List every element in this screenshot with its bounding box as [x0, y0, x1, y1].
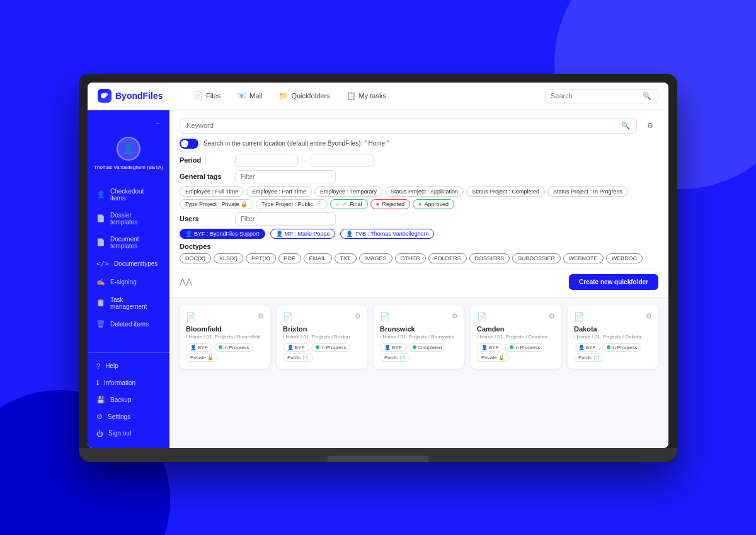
- card-tag-type[interactable]: Public 📄: [574, 354, 604, 362]
- sidebar-user: 👤 Thomas Vanbelleghem (BETA): [88, 129, 169, 178]
- card-tag-user[interactable]: 👤 BYF: [186, 343, 212, 352]
- doctype-images[interactable]: IMAGES: [359, 253, 392, 263]
- card-tag-status[interactable]: In Progress: [214, 343, 254, 352]
- status-dot: [316, 345, 319, 349]
- tag-chip-6[interactable]: Type Project : Private 🔒: [180, 199, 253, 209]
- tag-chip-final[interactable]: ✓ Final: [330, 199, 368, 209]
- card-tag-status[interactable]: In Progress: [311, 343, 351, 352]
- card-tag-user[interactable]: 👤 BYF: [477, 343, 503, 352]
- tag-chip-rejected[interactable]: ● Rejected: [370, 199, 410, 209]
- users-row: Users: [180, 212, 658, 226]
- period-row: Period -: [180, 154, 658, 167]
- tag-chip-7[interactable]: Type Project : Public 📄: [256, 199, 328, 209]
- doctype-folders[interactable]: FOLDERS: [428, 253, 467, 263]
- doctype-pdf[interactable]: PDF: [278, 253, 301, 263]
- card-tags: 👤 BYF In Progress Public 📄: [283, 343, 361, 362]
- tag-chip-1[interactable]: Employee : Part Time: [246, 187, 312, 197]
- sidebar-item-label: Checkedout items: [110, 188, 161, 202]
- user-chip-byf[interactable]: 👤 BYF : ByondFiles Support: [180, 229, 265, 239]
- card-gear-icon[interactable]: ⚙: [258, 312, 264, 320]
- sidebar-item-dossier-templates[interactable]: 📄 Dossier templates: [88, 207, 169, 230]
- doctype-webdoc[interactable]: WEBDOC: [606, 253, 643, 263]
- period-to-input[interactable]: [311, 154, 374, 167]
- card-tag-user[interactable]: 👤 BYF: [283, 343, 309, 352]
- card-tag-status[interactable]: Completed: [408, 343, 447, 352]
- keyword-field[interactable]: 🔍: [180, 118, 637, 134]
- checkedout-icon: 👤: [96, 190, 105, 198]
- search-bar[interactable]: 🔍: [545, 89, 658, 103]
- card-dossier-icon: 📄: [380, 312, 390, 321]
- tag-chip-0[interactable]: Employee : Full Time: [180, 187, 244, 197]
- card-path: / Home / 01. Projects / Brunswick: [380, 334, 458, 340]
- tag-chip-2[interactable]: Employee : Temporary: [314, 187, 382, 197]
- nav-item-my-tasks[interactable]: 📋 My tasks: [339, 88, 394, 104]
- nav-item-quickfolders[interactable]: 📁 Quickfolders: [271, 88, 337, 104]
- tag-chip-4[interactable]: Status Project : Completed: [466, 187, 545, 197]
- sidebar-item-task-management[interactable]: 📋 Task management: [88, 292, 169, 314]
- doctype-email[interactable]: EMAIL: [304, 253, 332, 263]
- general-tags-label: General tags: [180, 173, 230, 180]
- card-tag-status[interactable]: In Progress: [602, 343, 642, 352]
- backup-icon: 💾: [96, 396, 105, 404]
- toggle-row: Search in the current location (default …: [180, 139, 658, 149]
- card-tag-type[interactable]: Private 🔒: [186, 354, 218, 362]
- card-gear-icon[interactable]: ⚙: [452, 312, 458, 320]
- period-from-input[interactable]: [235, 154, 298, 167]
- card-tag-type[interactable]: Private 🔒: [477, 354, 509, 362]
- location-toggle[interactable]: [180, 139, 198, 149]
- card-dossier-icon: 📄: [574, 312, 584, 321]
- collapse-button[interactable]: ⋀⋀: [180, 277, 192, 286]
- sidebar-item-document-templates[interactable]: 📄 Document templates: [88, 231, 169, 254]
- sidebar-item-help[interactable]: ? Help: [88, 358, 169, 374]
- create-quickfolder-button[interactable]: Create new quickfolder: [569, 274, 658, 290]
- card-tag-type[interactable]: Public 📄: [380, 354, 410, 362]
- sidebar-back-button[interactable]: ←: [88, 117, 169, 129]
- keyword-input[interactable]: [186, 122, 617, 129]
- tag-chip-3[interactable]: Status Project : Application: [385, 187, 464, 197]
- sidebar-item-information[interactable]: ℹ Information: [88, 374, 169, 391]
- card-brixton: 📄 ⚙ Brixton / Home / 01. Projects / Brix…: [277, 306, 367, 369]
- card-gear-icon[interactable]: ⚙: [355, 312, 361, 320]
- card-header: 📄 ⚙: [477, 312, 555, 321]
- sidebar-item-label: Sign out: [108, 430, 132, 437]
- doctype-dossiers[interactable]: DOSSIERS: [469, 253, 510, 263]
- doctype-other[interactable]: OTHER: [395, 253, 427, 263]
- doctype-xlsx[interactable]: XLS(X): [214, 253, 243, 263]
- card-tag-user[interactable]: 👤 BYF: [380, 343, 406, 352]
- card-tag-status[interactable]: In Progress: [505, 343, 545, 352]
- tag-chip-5[interactable]: Status Project : In Progress: [547, 187, 628, 197]
- sidebar-item-documenttypes[interactable]: </> Documenttypes: [88, 255, 169, 272]
- nav-item-files[interactable]: 📄 Files: [186, 88, 228, 104]
- sidebar-item-checkedout[interactable]: 👤 Checkedout items: [88, 183, 169, 206]
- user-chip-tvb[interactable]: 👤 TVB : Thomas Vanbelleghem: [340, 229, 434, 239]
- card-tag-user[interactable]: 👤 BYF: [574, 343, 600, 352]
- user-chip-mp[interactable]: 👤 MP : Marie Poppe: [270, 229, 336, 239]
- filter-options-button[interactable]: ⚙: [642, 118, 658, 133]
- sidebar-item-label: Documenttypes: [114, 260, 158, 267]
- sidebar-item-settings[interactable]: ⚙ Settings: [88, 408, 169, 425]
- doctype-txt[interactable]: TXT: [335, 253, 357, 263]
- doctype-pptx[interactable]: PPT(X): [246, 253, 276, 263]
- sidebar-item-e-signing[interactable]: ✍️ E-signing: [88, 273, 169, 291]
- user-mp-label: MP : Marie Poppe: [285, 231, 330, 237]
- doctype-subdossier[interactable]: SUBDOSSIER: [512, 253, 561, 263]
- nav-item-mail[interactable]: 📧 Mail: [229, 88, 270, 104]
- doctype-docx[interactable]: DOC(X): [180, 253, 211, 263]
- search-input[interactable]: [551, 92, 639, 100]
- doctype-webnote[interactable]: WEBNOTE: [563, 253, 604, 263]
- card-tag-type[interactable]: Public 📄: [283, 354, 313, 362]
- card-gear-icon[interactable]: ⚙: [646, 312, 652, 320]
- period-separator: -: [303, 156, 306, 164]
- users-filter-input[interactable]: [235, 212, 336, 226]
- general-tags-filter-input[interactable]: [235, 170, 336, 183]
- user-icon: 👤: [276, 231, 283, 237]
- card-header: 📄 ⚙: [380, 312, 458, 321]
- svg-point-1: [104, 93, 108, 96]
- tag-chip-approved[interactable]: ● Approved: [413, 199, 454, 209]
- sidebar-item-deleted-items[interactable]: 🗑️ Deleted items: [88, 316, 169, 333]
- sidebar-item-sign-out[interactable]: ⏻ Sign out: [88, 425, 169, 442]
- dossier-icon: 📄: [96, 214, 105, 222]
- sidebar-item-label: Help: [105, 362, 118, 369]
- sidebar-item-backup[interactable]: 💾 Backup: [88, 391, 169, 408]
- card-gear-icon[interactable]: ⚙: [549, 312, 555, 320]
